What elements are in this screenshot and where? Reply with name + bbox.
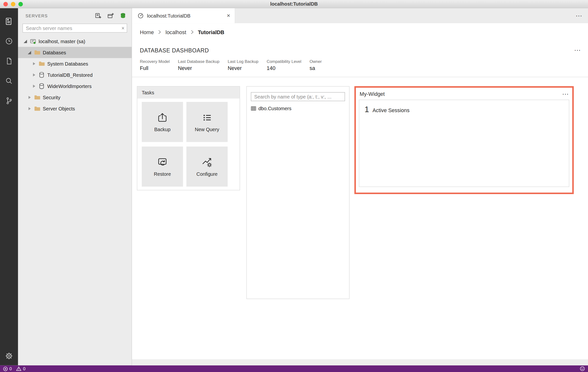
- server-search-input[interactable]: [22, 24, 127, 33]
- editor-area: localhost:TutorialDB × ⋯ Home localhost …: [132, 8, 588, 365]
- tree-item-label: TutorialDB_Restored: [47, 72, 93, 78]
- chevron-expanded-icon[interactable]: [27, 50, 32, 55]
- servers-sidebar: SERVERS: [18, 8, 132, 365]
- activity-bar: [0, 8, 18, 365]
- active-connections-button[interactable]: [120, 12, 126, 19]
- tree-item-wideworldimporters[interactable]: WideWorldImporters: [18, 80, 132, 92]
- tree-item-tutorialdb-restored[interactable]: TutorialDB_Restored: [18, 69, 132, 80]
- folder-icon: [34, 50, 41, 56]
- chevron-expanded-icon[interactable]: [23, 39, 28, 43]
- search-activity-button[interactable]: [0, 71, 18, 90]
- breadcrumb-localhost[interactable]: localhost: [165, 29, 186, 35]
- active-connections-icon: [120, 12, 126, 19]
- close-tab-icon[interactable]: ×: [227, 13, 230, 19]
- my-widget-title: My-Widget: [360, 91, 385, 97]
- source-control-activity-button[interactable]: [0, 91, 18, 111]
- task-label: Backup: [154, 127, 170, 132]
- task-history-icon: [5, 37, 13, 45]
- editor-actions-button[interactable]: ⋯: [576, 8, 588, 23]
- documents-activity-button[interactable]: [0, 51, 18, 71]
- new-query-button[interactable]: New Query: [186, 102, 228, 142]
- clear-search-icon[interactable]: ×: [122, 25, 125, 31]
- new-connection-button[interactable]: [95, 12, 102, 19]
- tree-item-system-databases[interactable]: System Databases: [18, 58, 132, 69]
- dashboard-more-button[interactable]: ⋯: [574, 46, 582, 54]
- object-search-input[interactable]: [251, 92, 345, 101]
- tree-item-label: Databases: [43, 50, 66, 55]
- tree-item-label: System Databases: [47, 61, 88, 67]
- server-icon: [30, 38, 36, 44]
- backup-button[interactable]: Backup: [142, 102, 183, 142]
- tree-item-localhost[interactable]: localhost, master (sa): [18, 36, 132, 47]
- restore-button[interactable]: Restore: [142, 147, 183, 186]
- smiley-icon: [580, 366, 585, 372]
- task-label: Restore: [154, 171, 171, 177]
- breadcrumb-tutorialdb[interactable]: TutorialDB: [198, 29, 224, 35]
- servers-activity-button[interactable]: [0, 11, 18, 31]
- folder-icon: [38, 61, 45, 67]
- chevron-collapsed-icon[interactable]: [32, 73, 37, 77]
- search-icon: [5, 77, 13, 85]
- new-server-group-icon: [107, 12, 114, 19]
- window-controls: [3, 2, 23, 6]
- error-icon: [3, 366, 8, 371]
- chevron-collapsed-icon[interactable]: [27, 107, 32, 111]
- task-label: New Query: [195, 127, 219, 132]
- problems-indicator[interactable]: 0 0: [3, 366, 28, 371]
- window-title: localhost:TutorialDB: [270, 1, 318, 7]
- my-widget: My-Widget ⋯ 1Active Sessions: [354, 86, 574, 194]
- tree-item-security[interactable]: Security: [18, 92, 132, 103]
- tree-item-databases[interactable]: Databases: [18, 47, 132, 58]
- task-history-activity-button[interactable]: [0, 31, 18, 51]
- warning-count: 0: [23, 366, 25, 371]
- minimize-window-button[interactable]: [11, 2, 15, 6]
- configure-icon: [201, 156, 213, 168]
- list-item-dbo-customers[interactable]: dbo.Customers: [251, 106, 345, 111]
- property-owner: Owner sa: [310, 59, 322, 71]
- chevron-collapsed-icon[interactable]: [32, 84, 37, 88]
- new-connection-icon: [95, 12, 102, 19]
- explorer-widget: dbo.Customers: [246, 86, 350, 299]
- horizontal-scrollbar[interactable]: [132, 359, 588, 365]
- configure-button[interactable]: Configure: [186, 147, 228, 186]
- dashboard-title: DATABASE DASHBOARD: [140, 47, 209, 53]
- restore-icon: [156, 156, 168, 168]
- list-item-label: dbo.Customers: [258, 106, 291, 111]
- tasks-widget-title: Tasks: [137, 87, 240, 99]
- dashboard-icon: [138, 13, 144, 19]
- task-label: Configure: [196, 171, 218, 177]
- chevron-collapsed-icon[interactable]: [27, 95, 32, 100]
- sidebar-title: SERVERS: [26, 13, 95, 18]
- breadcrumb-home[interactable]: Home: [140, 29, 154, 35]
- new-server-group-button[interactable]: [107, 12, 114, 19]
- settings-gear-icon: [5, 352, 13, 360]
- database-icon: [38, 83, 45, 89]
- tree-item-label: WideWorldImporters: [47, 83, 92, 89]
- status-bar: 0 0: [0, 365, 588, 372]
- active-sessions-label: Active Sessions: [373, 107, 410, 113]
- tree-item-label: Security: [43, 95, 60, 100]
- server-tree: localhost, master (sa) Databases System …: [18, 36, 132, 365]
- tab-label: localhost:TutorialDB: [147, 13, 223, 19]
- chevron-collapsed-icon[interactable]: [32, 61, 37, 66]
- database-icon: [38, 72, 45, 78]
- feedback-button[interactable]: [580, 366, 585, 372]
- tree-item-server-objects[interactable]: Server Objects: [18, 103, 132, 114]
- property-last-log-backup: Last Log Backup Never: [228, 59, 258, 71]
- source-control-icon: [5, 97, 13, 105]
- my-widget-more-button[interactable]: ⋯: [562, 90, 568, 98]
- documents-icon: [5, 57, 13, 65]
- backup-icon: [156, 112, 168, 124]
- app-window: localhost:TutorialDB: [0, 0, 588, 372]
- tab-localhost-tutorialdb[interactable]: localhost:TutorialDB ×: [132, 8, 235, 23]
- table-icon: [251, 106, 256, 111]
- new-query-icon: [201, 112, 213, 124]
- my-widget-content: 1Active Sessions: [359, 100, 569, 187]
- dashboard-body: Tasks Backup: [132, 77, 588, 365]
- dashboard-header: DATABASE DASHBOARD ⋯ Recovery Model Full…: [132, 41, 588, 77]
- close-window-button[interactable]: [3, 2, 8, 6]
- zoom-window-button[interactable]: [18, 2, 23, 6]
- warning-icon: [16, 366, 22, 371]
- title-bar: localhost:TutorialDB: [0, 0, 588, 8]
- settings-button[interactable]: [0, 352, 18, 360]
